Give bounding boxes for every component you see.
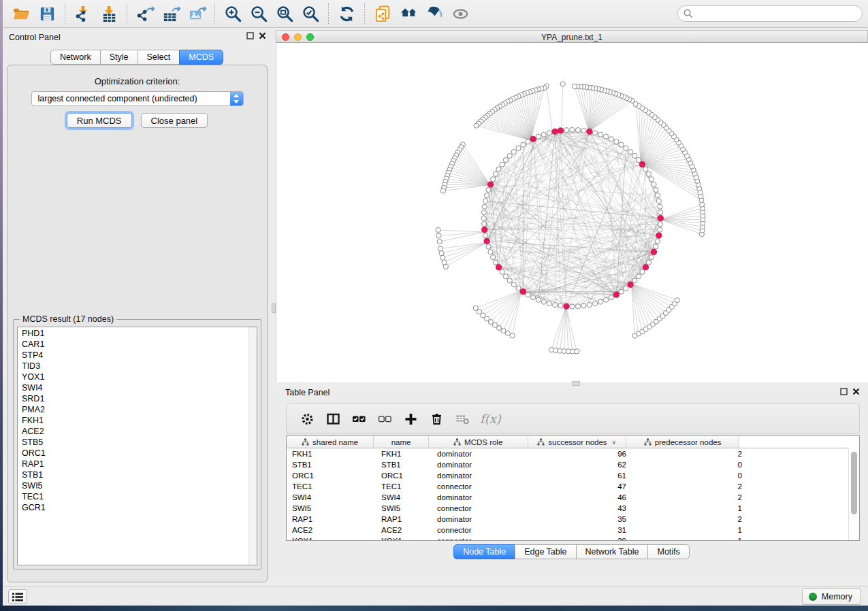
graph-mcds-node[interactable]	[651, 249, 656, 254]
graph-node[interactable]	[511, 150, 516, 154]
graph-node[interactable]	[658, 210, 662, 215]
graph-node[interactable]	[558, 303, 563, 308]
graph-node[interactable]	[570, 127, 575, 132]
settings-gear-button[interactable]	[295, 407, 319, 431]
select-all-checks-button[interactable]	[347, 407, 371, 431]
graph-node[interactable]	[503, 158, 508, 163]
graph-mcds-node[interactable]	[530, 136, 536, 142]
column-header-shared-name[interactable]: shared name	[287, 436, 374, 448]
graph-node[interactable]	[490, 255, 495, 260]
graph-node[interactable]	[536, 297, 541, 302]
task-history-button[interactable]	[8, 589, 27, 604]
graph-node[interactable]	[658, 227, 662, 232]
graph-node[interactable]	[632, 153, 637, 158]
column-header-MCDS-role[interactable]: MCDS role	[429, 436, 528, 448]
graph-node[interactable]	[592, 131, 597, 135]
graph-node[interactable]	[636, 158, 641, 163]
mcds-result-item[interactable]: SRD1	[18, 393, 248, 404]
zoom-fit-button[interactable]	[273, 3, 296, 24]
graph-node[interactable]	[490, 177, 495, 182]
mcds-result-item[interactable]: PMA2	[18, 404, 248, 415]
graph-node[interactable]	[474, 123, 479, 128]
graph-node[interactable]	[440, 255, 445, 260]
graph-node[interactable]	[598, 299, 603, 304]
graph-node[interactable]	[488, 250, 493, 254]
network-canvas[interactable]	[276, 43, 868, 382]
zoom-selected-button[interactable]	[299, 3, 322, 24]
graph-node[interactable]	[604, 134, 609, 139]
graph-node[interactable]	[575, 304, 580, 309]
hide-others-button[interactable]	[423, 3, 446, 24]
graph-mcds-node[interactable]	[656, 233, 662, 238]
graph-node[interactable]	[536, 134, 541, 139]
export-network-button[interactable]	[133, 3, 157, 24]
graph-node[interactable]	[649, 255, 654, 260]
table-row[interactable]: SWI4SWI4dominator462	[287, 492, 848, 503]
graph-node[interactable]	[541, 132, 546, 137]
graph-node[interactable]	[575, 128, 580, 133]
graph-node[interactable]	[516, 146, 521, 150]
graph-mcds-node[interactable]	[484, 238, 489, 244]
mcds-result-item[interactable]: SWI5	[18, 480, 248, 491]
graph-node[interactable]	[649, 177, 654, 182]
graph-node[interactable]	[505, 331, 510, 335]
graph-node[interactable]	[570, 304, 575, 309]
graph-node[interactable]	[624, 146, 628, 150]
graph-node[interactable]	[614, 139, 619, 144]
delete-column-button[interactable]	[424, 407, 449, 431]
graph-node[interactable]	[530, 295, 535, 300]
mcds-result-item[interactable]: TEC1	[18, 491, 248, 502]
graph-node[interactable]	[510, 333, 515, 338]
graph-node[interactable]	[646, 260, 651, 265]
graph-node[interactable]	[440, 188, 445, 193]
graph-mcds-node[interactable]	[496, 265, 501, 270]
mcds-result-item[interactable]: YOX1	[18, 371, 248, 382]
mcds-result-scrollbar[interactable]	[248, 327, 257, 565]
open-folder-button[interactable]	[10, 3, 33, 24]
tab-style[interactable]: Style	[100, 50, 138, 65]
graph-node[interactable]	[646, 171, 651, 176]
graph-node[interactable]	[497, 325, 502, 330]
graph-node[interactable]	[481, 216, 486, 220]
float-panel-icon[interactable]	[246, 32, 254, 39]
deselect-all-checks-button[interactable]	[372, 407, 397, 431]
graph-node[interactable]	[619, 142, 624, 147]
clone-network-button[interactable]	[371, 3, 394, 24]
table-row[interactable]: STB1STB1dominator620	[287, 459, 848, 470]
optimization-criterion-dropdown[interactable]: largest connected component (undirected)	[31, 91, 244, 106]
graph-node[interactable]	[496, 167, 501, 171]
graph-node[interactable]	[526, 139, 530, 144]
show-hidden-button[interactable]	[449, 3, 472, 24]
tab-edge-table[interactable]: Edge Table	[515, 544, 576, 559]
graph-node[interactable]	[581, 303, 586, 308]
graph-node[interactable]	[700, 202, 705, 207]
mcds-result-item[interactable]: STB1	[18, 469, 248, 480]
graph-node[interactable]	[655, 193, 660, 198]
table-row[interactable]: RAP1RAP1dominator352	[287, 514, 848, 525]
graph-node[interactable]	[481, 222, 486, 227]
graph-node[interactable]	[587, 302, 592, 307]
mcds-result-item[interactable]: TID3	[18, 361, 248, 371]
mcds-result-item[interactable]: ACE2	[18, 426, 248, 437]
zoom-in-button[interactable]	[221, 3, 244, 24]
tab-select[interactable]: Select	[138, 50, 180, 65]
mcds-result-list[interactable]: PHD1CAR1STP4TID3YOX1SWI4SRD1PMA2FKH1ACE2…	[17, 327, 257, 565]
graph-mcds-node[interactable]	[658, 216, 663, 221]
export-table-button[interactable]	[159, 3, 182, 24]
graph-node[interactable]	[438, 246, 443, 251]
graph-node[interactable]	[581, 128, 586, 133]
graph-node[interactable]	[609, 295, 613, 300]
table-row[interactable]: FKH1FKH1dominator962	[287, 448, 848, 459]
float-table-panel-icon[interactable]	[840, 388, 848, 395]
graph-node[interactable]	[500, 162, 504, 167]
mcds-result-item[interactable]: SWI4	[18, 382, 248, 393]
zoom-out-button[interactable]	[247, 3, 270, 24]
graph-node[interactable]	[482, 204, 487, 209]
graph-node[interactable]	[564, 128, 568, 133]
graph-node[interactable]	[656, 199, 661, 203]
column-header-successor-nodes[interactable]: successor nodes∨	[528, 436, 626, 448]
mcds-result-item[interactable]: PHD1	[18, 328, 248, 339]
table-row[interactable]: ORC1ORC1dominator610	[287, 470, 848, 481]
graph-mcds-node[interactable]	[639, 162, 645, 167]
graph-node[interactable]	[436, 233, 441, 238]
